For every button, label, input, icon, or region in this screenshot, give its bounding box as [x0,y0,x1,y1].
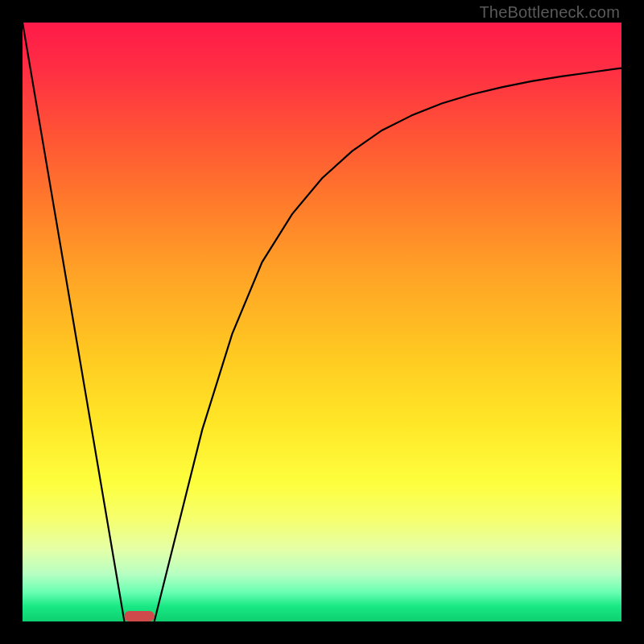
watermark-text: TheBottleneck.com [479,3,620,22]
chart-frame: TheBottleneck.com [0,0,644,644]
plot-area [23,23,621,621]
right-curve [155,68,621,621]
chart-svg [23,23,621,621]
curve-layer [23,23,621,621]
left-line [23,23,124,621]
target-marker [124,611,154,621]
